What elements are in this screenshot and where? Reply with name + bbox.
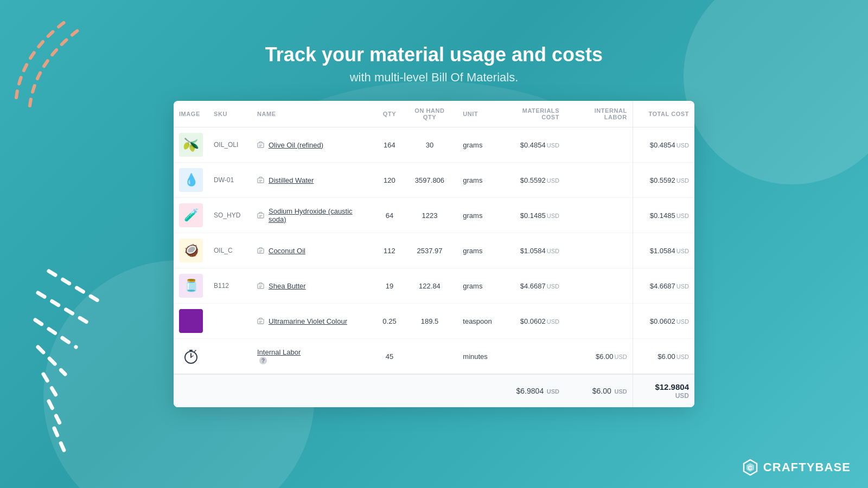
row-materials-cost-2: $0.1485USD <box>497 198 565 233</box>
row-unit-6: minutes <box>457 339 497 375</box>
row-internal-labor-6: $6.00USD <box>565 339 633 375</box>
row-unit-1: grams <box>457 163 497 198</box>
row-name-3[interactable]: Coconut Oil <box>252 233 377 268</box>
row-sku-4: B112 <box>208 268 252 304</box>
row-internal-labor-2 <box>565 198 633 233</box>
svg-rect-19 <box>189 350 193 351</box>
row-name-1[interactable]: Distilled Water <box>252 163 377 198</box>
col-header-sku: SKU <box>208 101 252 127</box>
row-qty-5: 0.25 <box>377 304 401 339</box>
row-unit-0: grams <box>457 127 497 163</box>
row-sku-6 <box>208 339 252 375</box>
row-total-cost-5: $0.0602USD <box>633 304 694 339</box>
row-materials-cost-5: $0.0602USD <box>497 304 565 339</box>
deco-dashes-bottom-left <box>33 260 174 466</box>
table-row: Ultramarine Violet Colour0.25189.5teaspo… <box>174 304 694 339</box>
row-on-hand-0: 30 <box>402 127 458 163</box>
row-qty-4: 19 <box>377 268 401 304</box>
svg-line-20 <box>194 350 196 352</box>
row-unit-4: grams <box>457 268 497 304</box>
row-image-1: 💧 <box>174 163 208 198</box>
row-total-cost-6: $6.00USD <box>633 339 694 375</box>
totals-total-cost: $12.9804 USD <box>633 374 694 407</box>
row-name-5[interactable]: Ultramarine Violet Colour <box>252 304 377 339</box>
row-on-hand-1: 3597.806 <box>402 163 458 198</box>
row-materials-cost-1: $0.5592USD <box>497 163 565 198</box>
row-qty-1: 120 <box>377 163 401 198</box>
row-sku-3: OIL_C <box>208 233 252 268</box>
row-on-hand-4: 122.84 <box>402 268 458 304</box>
row-image-6 <box>174 339 208 375</box>
row-internal-labor-4 <box>565 268 633 304</box>
row-materials-cost-4: $4.6687USD <box>497 268 565 304</box>
row-unit-3: grams <box>457 233 497 268</box>
table-row: Internal Labor?45minutes$6.00USD$6.00USD <box>174 339 694 375</box>
row-materials-cost-6 <box>497 339 565 375</box>
row-sku-0: OIL_OLI <box>208 127 252 163</box>
row-name-4[interactable]: Shea Butter <box>252 268 377 304</box>
row-total-cost-0: $0.4854USD <box>633 127 694 163</box>
row-materials-cost-3: $1.0584USD <box>497 233 565 268</box>
row-internal-labor-3 <box>565 233 633 268</box>
logo-text: CRAFTYBASE <box>763 460 851 474</box>
table-row: 🥥OIL_C Coconut Oil1122537.97grams$1.0584… <box>174 233 694 268</box>
row-internal-labor-0 <box>565 127 633 163</box>
col-header-unit: UNIT <box>457 101 497 127</box>
row-total-cost-1: $0.5592USD <box>633 163 694 198</box>
col-header-internal-labor: INTERNAL LABOR <box>565 101 633 127</box>
bom-table: IMAGE SKU NAME QTY ON HAND QTY UNIT MATE… <box>174 101 694 407</box>
page-subtitle: with multi-level Bill Of Materials. <box>0 70 868 85</box>
page-title: Track your material usage and costs <box>0 43 868 66</box>
row-sku-2: SO_HYD <box>208 198 252 233</box>
col-header-total-cost: TOTAL COST <box>633 101 694 127</box>
row-qty-6: 45 <box>377 339 401 375</box>
table-header-row: IMAGE SKU NAME QTY ON HAND QTY UNIT MATE… <box>174 101 694 127</box>
row-name-2[interactable]: Sodium Hydroxide (caustic soda) <box>252 198 377 233</box>
row-sku-1: DW-01 <box>208 163 252 198</box>
row-name-0[interactable]: Olive Oil (refined) <box>252 127 377 163</box>
row-materials-cost-0: $0.4854USD <box>497 127 565 163</box>
col-header-materials-cost: MATERIALS COST <box>497 101 565 127</box>
totals-materials-cost: $6.9804 USD <box>497 374 565 407</box>
row-on-hand-6 <box>402 339 458 375</box>
row-image-0: 🫒 <box>174 127 208 163</box>
row-total-cost-4: $4.6687USD <box>633 268 694 304</box>
col-header-image: IMAGE <box>174 101 208 127</box>
totals-internal-labor: $6.00 USD <box>565 374 633 407</box>
table-totals-row: $6.9804 USD $6.00 USD $12.9804 USD <box>174 374 694 407</box>
row-sku-5 <box>208 304 252 339</box>
table-row: 🧪SO_HYD Sodium Hydroxide (caustic soda)6… <box>174 198 694 233</box>
row-qty-0: 164 <box>377 127 401 163</box>
row-qty-3: 112 <box>377 233 401 268</box>
row-internal-labor-5 <box>565 304 633 339</box>
row-on-hand-2: 1223 <box>402 198 458 233</box>
row-name-6[interactable]: Internal Labor? <box>252 339 377 375</box>
col-header-name: NAME <box>252 101 377 127</box>
row-qty-2: 64 <box>377 198 401 233</box>
row-image-4: 🫙 <box>174 268 208 304</box>
row-image-3: 🥥 <box>174 233 208 268</box>
svg-text:C: C <box>748 465 752 471</box>
row-total-cost-3: $1.0584USD <box>633 233 694 268</box>
row-image-2: 🧪 <box>174 198 208 233</box>
col-header-on-hand-qty: ON HAND QTY <box>402 101 458 127</box>
row-total-cost-2: $0.1485USD <box>633 198 694 233</box>
row-unit-2: grams <box>457 198 497 233</box>
table-row: 💧DW-01 Distilled Water1203597.806grams$0… <box>174 163 694 198</box>
row-on-hand-3: 2537.97 <box>402 233 458 268</box>
row-image-5 <box>174 304 208 339</box>
col-header-qty: QTY <box>377 101 401 127</box>
page-header: Track your material usage and costs with… <box>0 0 868 101</box>
row-unit-5: teaspoon <box>457 304 497 339</box>
row-on-hand-5: 189.5 <box>402 304 458 339</box>
row-internal-labor-1 <box>565 163 633 198</box>
logo-icon: C <box>742 459 759 476</box>
bom-table-container: IMAGE SKU NAME QTY ON HAND QTY UNIT MATE… <box>174 101 694 407</box>
table-row: 🫒OIL_OLI Olive Oil (refined)16430grams$0… <box>174 127 694 163</box>
table-row: 🫙B112 Shea Butter19122.84grams$4.6687USD… <box>174 268 694 304</box>
craftybase-logo: C CRAFTYBASE <box>742 459 851 476</box>
help-icon[interactable]: ? <box>259 357 267 364</box>
totals-spacer <box>174 374 497 407</box>
